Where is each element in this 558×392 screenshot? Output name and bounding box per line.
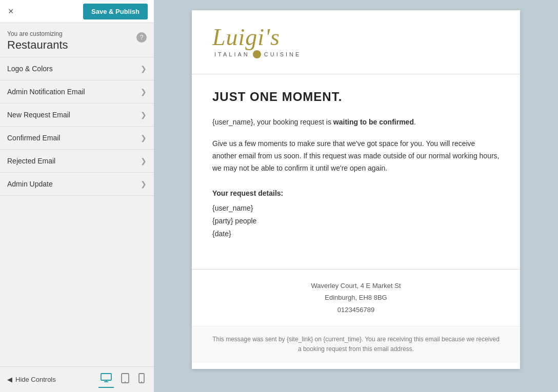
request-user: {user_name}: [212, 202, 500, 215]
email-title: JUST ONE MOMENT.: [212, 90, 500, 104]
footer-address-line1: Waverley Court, 4 E Market St: [212, 280, 500, 292]
top-bar: × Save & Publish: [0, 0, 154, 23]
disclaimer-text: This message was sent by {site_link} on …: [212, 335, 500, 354]
chevron-right-icon: ❯: [141, 134, 147, 142]
hide-controls-button[interactable]: ◀ Hide Controls: [7, 376, 56, 383]
request-details-section: Your request details: {user_name} {party…: [212, 187, 500, 241]
left-panel: × Save & Publish You are customizing Res…: [0, 0, 154, 392]
logo-dot-icon: [253, 50, 261, 58]
request-date: {date}: [212, 228, 500, 240]
email-intro-text-after: .: [414, 118, 416, 126]
bottom-controls: ◀ Hide Controls: [0, 366, 154, 392]
request-details-label: Your request details:: [212, 187, 500, 200]
device-icons: [98, 371, 147, 388]
close-icon: ×: [8, 6, 14, 16]
sidebar-item-label: Admin Notification Email: [7, 88, 85, 96]
help-icon[interactable]: ?: [136, 32, 147, 43]
sidebar-item-label: Admin Update: [7, 180, 53, 188]
desktop-view-icon[interactable]: [98, 371, 114, 388]
sidebar-item-logo-colors[interactable]: Logo & Colors ❯: [0, 57, 154, 80]
email-header: Luigi's ITALIAN CUISINE: [192, 10, 520, 74]
request-party: {party} people: [212, 215, 500, 228]
logo-area: Luigi's ITALIAN CUISINE: [212, 26, 301, 58]
customizing-text-block: You are customizing Restaurants: [7, 30, 68, 52]
sidebar-item-label: Rejected Email: [7, 157, 55, 165]
svg-point-4: [125, 381, 126, 382]
customizing-section: You are customizing Restaurants ?: [0, 23, 154, 57]
footer-address-line2: Edinburgh, EH8 8BG: [212, 292, 500, 303]
customizing-label: You are customizing: [7, 30, 68, 37]
sidebar-item-confirmed-email[interactable]: Confirmed Email ❯: [0, 127, 154, 150]
menu-items: Logo & Colors ❯ Admin Notification Email…: [0, 57, 154, 366]
logo-subtitle-left: ITALIAN: [214, 51, 250, 57]
footer-address: Waverley Court, 4 E Market St Edinburgh,…: [212, 280, 500, 316]
sidebar-item-rejected-email[interactable]: Rejected Email ❯: [0, 150, 154, 173]
email-intro: {user_name}, your booking request is wai…: [212, 116, 500, 128]
sidebar-item-label: Logo & Colors: [7, 65, 53, 73]
mobile-view-icon[interactable]: [136, 371, 147, 388]
chevron-right-icon: ❯: [141, 180, 147, 188]
chevron-right-icon: ❯: [141, 157, 147, 165]
chevron-right-icon: ❯: [141, 88, 147, 96]
chevron-right-icon: ❯: [141, 65, 147, 73]
save-publish-button[interactable]: Save & Publish: [83, 4, 148, 19]
sidebar-item-admin-update[interactable]: Admin Update ❯: [0, 173, 154, 196]
email-container: Luigi's ITALIAN CUISINE JUST ONE MOMENT.…: [192, 10, 520, 369]
email-body: JUST ONE MOMENT. {user_name}, your booki…: [192, 74, 520, 269]
logo-text: Luigi's: [212, 26, 280, 49]
hide-controls-icon: ◀: [7, 376, 12, 383]
right-panel: Luigi's ITALIAN CUISINE JUST ONE MOMENT.…: [154, 0, 558, 392]
email-footer: Waverley Court, 4 E Market St Edinburgh,…: [192, 269, 520, 326]
chevron-right-icon: ❯: [141, 111, 147, 119]
logo-subtitle-right: CUISINE: [264, 51, 302, 57]
email-body-text: Give us a few moments to make sure that …: [212, 138, 500, 174]
svg-rect-0: [101, 374, 111, 380]
email-disclaimer: This message was sent by {site_link} on …: [192, 326, 520, 362]
footer-phone: 0123456789: [212, 304, 500, 316]
email-intro-bold: waiting to be confirmed: [333, 118, 414, 126]
sidebar-item-admin-notification-email[interactable]: Admin Notification Email ❯: [0, 80, 154, 104]
email-intro-text-before: {user_name}, your booking request is: [212, 118, 333, 126]
sidebar-item-label: New Request Email: [7, 111, 70, 119]
hide-controls-label: Hide Controls: [15, 376, 56, 383]
sidebar-item-label: Confirmed Email: [7, 134, 60, 142]
svg-point-6: [141, 381, 142, 382]
logo-subtitle: ITALIAN CUISINE: [212, 50, 301, 58]
close-button[interactable]: ×: [6, 4, 16, 19]
customizing-title: Restaurants: [7, 38, 68, 52]
tablet-view-icon[interactable]: [119, 371, 131, 388]
sidebar-item-new-request-email[interactable]: New Request Email ❯: [0, 104, 154, 127]
